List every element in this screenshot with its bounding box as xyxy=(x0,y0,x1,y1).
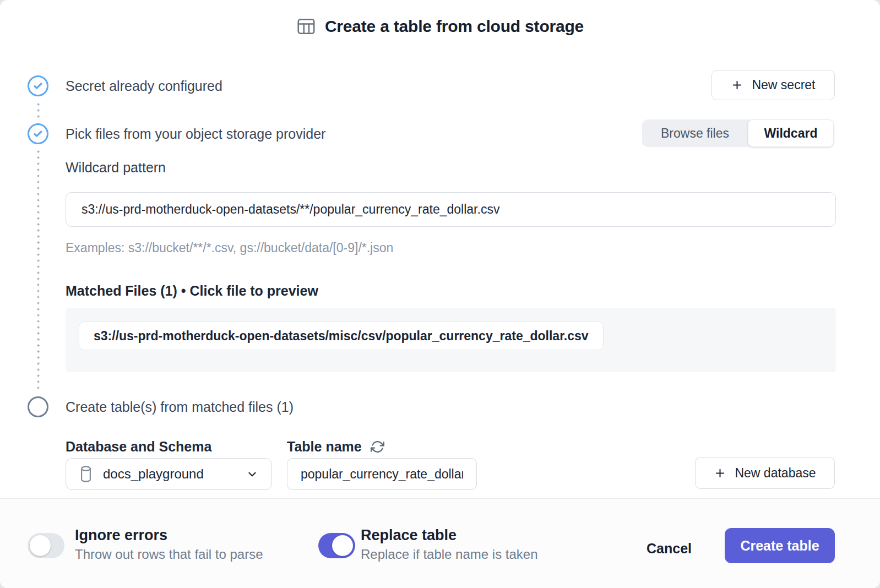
tab-wildcard[interactable]: Wildcard xyxy=(748,119,834,147)
table-name-label: Table name xyxy=(287,439,384,455)
tab-browse-files[interactable]: Browse files xyxy=(642,119,748,147)
create-table-dialog: Create a table from cloud storage Secret… xyxy=(0,0,880,588)
table-name-input[interactable] xyxy=(287,458,477,490)
replace-table-subtitle: Replace if table name is taken xyxy=(361,546,538,563)
ignore-errors-toggle[interactable] xyxy=(28,533,64,558)
step-secret-label: Secret already configured xyxy=(66,75,222,96)
step-secret-check-circle-icon xyxy=(28,75,48,96)
database-selected-value: docs_playground xyxy=(103,466,236,482)
step-connector xyxy=(37,149,40,392)
wildcard-pattern-label: Wildcard pattern xyxy=(66,160,166,176)
new-database-button[interactable]: New database xyxy=(695,457,835,489)
pattern-examples-hint: Examples: s3://bucket/**/*.csv, gs://buc… xyxy=(66,241,393,255)
dialog-title: Create a table from cloud storage xyxy=(325,17,584,36)
step-create-tables-empty-circle-icon xyxy=(28,396,48,417)
step-pick-files-label: Pick files from your object storage prov… xyxy=(66,123,325,144)
step-connector xyxy=(37,101,40,118)
table-name-label-text: Table name xyxy=(287,439,362,455)
replace-table-text: Replace table Replace if table name is t… xyxy=(361,526,538,563)
ignore-errors-text: Ignore errors Throw out rows that fail t… xyxy=(75,526,263,563)
new-secret-label: New secret xyxy=(752,78,815,92)
refresh-icon[interactable] xyxy=(371,440,384,454)
replace-table-title: Replace table xyxy=(361,526,538,544)
table-grid-icon xyxy=(296,17,316,36)
cancel-button[interactable]: Cancel xyxy=(633,539,705,558)
dialog-header: Create a table from cloud storage xyxy=(0,17,880,36)
toggle-knob xyxy=(332,535,353,556)
step-pick-files-check-circle-icon xyxy=(28,123,48,144)
database-cylinder-icon xyxy=(79,466,93,482)
new-secret-button[interactable]: New secret xyxy=(711,70,835,100)
new-database-label: New database xyxy=(735,466,816,481)
ignore-errors-title: Ignore errors xyxy=(75,526,263,544)
step-create-tables-label: Create table(s) from matched files (1) xyxy=(66,396,294,417)
toggle-knob xyxy=(30,535,51,556)
matched-files-panel: s3://us-prd-motherduck-open-datasets/mis… xyxy=(66,308,836,372)
ignore-errors-subtitle: Throw out rows that fail to parse xyxy=(75,546,263,563)
create-table-button[interactable]: Create table xyxy=(725,528,835,563)
file-mode-segmented-control: Browse files Wildcard xyxy=(642,119,834,147)
matched-files-heading: Matched Files (1) • Click file to previe… xyxy=(66,283,318,299)
database-schema-label: Database and Schema xyxy=(66,439,211,455)
dialog-footer: Ignore errors Throw out rows that fail t… xyxy=(0,498,880,588)
replace-table-toggle[interactable] xyxy=(318,533,355,558)
matched-file-chip[interactable]: s3://us-prd-motherduck-open-datasets/mis… xyxy=(79,322,604,350)
plus-icon xyxy=(714,467,726,480)
plus-icon xyxy=(731,79,743,91)
chevron-down-icon xyxy=(246,468,258,480)
wildcard-pattern-input[interactable] xyxy=(66,192,836,227)
database-schema-select[interactable]: docs_playground xyxy=(66,458,272,490)
